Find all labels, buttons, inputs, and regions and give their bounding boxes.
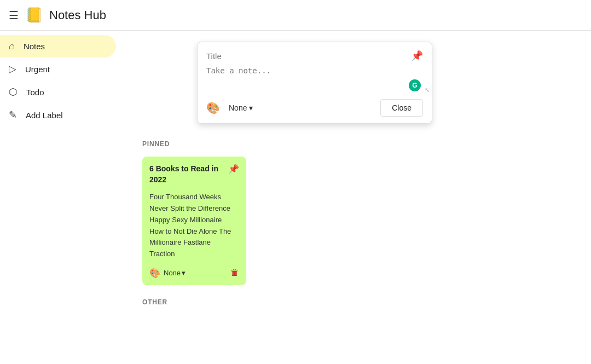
note-label-value: None	[164, 269, 181, 277]
note-card-body: Four Thousand Weeks Never Split the Diff…	[149, 192, 239, 260]
sidebar-item-add-label[interactable]: ✎ Add Label	[0, 103, 116, 126]
sidebar-item-urgent[interactable]: ▷ Urgent	[0, 57, 116, 80]
sidebar-item-notes[interactable]: ⌂ Notes	[0, 35, 116, 57]
label-value: None	[229, 103, 247, 112]
note-card: 6 Books to Read in 2022 📌 Four Thousand …	[142, 157, 246, 285]
note-title-input[interactable]	[206, 51, 411, 61]
sidebar-item-label: Urgent	[25, 65, 50, 74]
label-dropdown[interactable]: None ▾	[229, 103, 253, 112]
note-pin-icon[interactable]: 📌	[228, 164, 239, 174]
note-card-header: 6 Books to Read in 2022 📌	[149, 164, 239, 185]
app-title: Notes Hub	[49, 8, 106, 22]
grammarly-icon: G	[409, 79, 421, 91]
resize-handle: ⤡	[425, 86, 430, 94]
note-palette-icon[interactable]: 🎨	[149, 268, 160, 278]
sidebar: ⌂ Notes ▷ Urgent ⬡ Todo ✎ Add Label	[0, 31, 120, 363]
pinned-notes-grid: 6 Books to Read in 2022 📌 Four Thousand …	[142, 157, 569, 285]
note-delete-button[interactable]: 🗑	[230, 268, 239, 278]
pin-button[interactable]: 📌	[411, 50, 423, 62]
sidebar-item-todo[interactable]: ⬡ Todo	[0, 80, 116, 103]
sidebar-item-label: Notes	[24, 42, 45, 51]
other-section-label: OTHER	[142, 298, 569, 306]
note-body-input[interactable]	[206, 66, 423, 88]
urgent-icon: ▷	[9, 63, 16, 75]
note-create-footer: 🎨 None ▾ Close	[198, 95, 432, 123]
main-content: 📌 G ⤡ 🎨 None ▾ Close PINNED 6 B	[120, 31, 591, 363]
note-create-card: 📌 G ⤡ 🎨 None ▾ Close	[197, 42, 432, 124]
close-button[interactable]: Close	[380, 99, 423, 117]
note-dropdown-chevron-icon: ▾	[182, 269, 186, 277]
header: ☰ 📒 Notes Hub	[0, 0, 591, 31]
dropdown-chevron-icon: ▾	[249, 103, 253, 112]
sidebar-item-label: Todo	[26, 88, 44, 97]
app-logo: 📒	[25, 7, 43, 24]
note-card-footer: 🎨 None ▾ 🗑	[149, 268, 239, 278]
note-create-title-row: 📌	[198, 42, 432, 66]
pinned-section-label: PINNED	[142, 140, 569, 148]
home-icon: ⌂	[9, 41, 15, 52]
note-card-title: 6 Books to Read in 2022	[149, 164, 228, 185]
sidebar-item-label: Add Label	[26, 111, 63, 120]
main-layout: ⌂ Notes ▷ Urgent ⬡ Todo ✎ Add Label 📌 G	[0, 31, 591, 363]
note-label-dropdown[interactable]: None ▾	[164, 269, 186, 277]
note-create-body: G ⤡	[198, 66, 432, 95]
edit-icon: ✎	[9, 109, 17, 121]
todo-icon: ⬡	[9, 86, 18, 98]
menu-icon[interactable]: ☰	[9, 9, 19, 22]
palette-icon[interactable]: 🎨	[206, 101, 220, 114]
